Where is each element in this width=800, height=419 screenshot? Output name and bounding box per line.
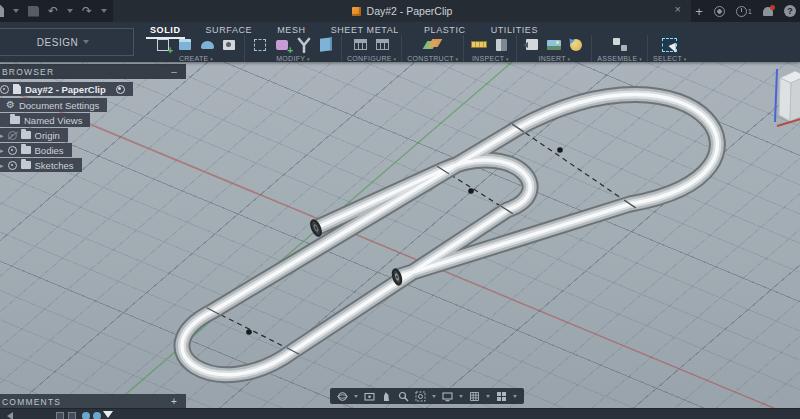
create-sketch-icon[interactable] bbox=[153, 36, 173, 54]
timeline-sketch-icon[interactable] bbox=[93, 412, 101, 419]
comments-panel-header[interactable]: COMMENTS + bbox=[0, 394, 186, 409]
group-insert-label[interactable]: INSERT bbox=[538, 55, 570, 62]
expand-caret-icon[interactable]: ▸ bbox=[0, 132, 4, 139]
fit-caret-icon[interactable] bbox=[432, 395, 436, 398]
group-modify: MODIFY bbox=[244, 35, 341, 62]
display-settings-icon[interactable] bbox=[442, 391, 453, 402]
grid-settings-caret-icon[interactable] bbox=[486, 395, 490, 398]
ribbon-toolbar: SOLID SURFACE MESH SHEET METAL PLASTIC U… bbox=[0, 22, 800, 62]
revolve-icon[interactable] bbox=[197, 36, 217, 54]
group-construct: CONSTRUCT bbox=[401, 35, 463, 62]
browser-item-sketches[interactable]: ▸ Sketches bbox=[0, 158, 82, 172]
expand-caret-icon[interactable]: ▸ bbox=[0, 147, 4, 154]
visibility-eye-icon[interactable] bbox=[8, 146, 17, 155]
title-bar: ↶ ↷ ⌂ Day#2 - PaperClip × + 1 ? bbox=[0, 0, 800, 22]
browser-item-origin[interactable]: ▸ Origin bbox=[0, 128, 68, 142]
group-modify-label[interactable]: MODIFY bbox=[276, 55, 310, 62]
timeline-feature-icon[interactable] bbox=[56, 412, 64, 419]
document-icon bbox=[13, 84, 21, 94]
insert-image-icon[interactable] bbox=[544, 36, 564, 54]
browser-item-label: Bodies bbox=[35, 145, 64, 156]
ribbon-groups: CREATE MODIFY CONFIGURE bbox=[148, 35, 692, 62]
section-analysis-icon[interactable] bbox=[491, 36, 511, 54]
group-insert: INSERT bbox=[516, 35, 591, 62]
add-comment-icon[interactable]: + bbox=[171, 396, 178, 407]
browser-item-label: Day#2 - PaperClip bbox=[25, 84, 106, 95]
insert-mesh-icon[interactable] bbox=[522, 36, 542, 54]
group-select-label[interactable]: SELECT bbox=[653, 55, 687, 62]
design-workspace-label: DESIGN bbox=[37, 37, 78, 48]
browser-item-label: Named Views bbox=[24, 115, 82, 126]
group-assemble-label[interactable]: ASSEMBLE bbox=[597, 55, 642, 62]
fit-icon[interactable] bbox=[415, 391, 426, 402]
orbit-icon[interactable] bbox=[337, 391, 348, 402]
gear-icon: ⚙ bbox=[6, 100, 15, 110]
joint-icon[interactable] bbox=[610, 36, 630, 54]
select-window-icon[interactable] bbox=[660, 36, 680, 54]
group-inspect: INSPECT bbox=[463, 35, 516, 62]
save-icon[interactable] bbox=[28, 6, 39, 17]
pattern-icon[interactable] bbox=[250, 36, 270, 54]
job-status-icon[interactable]: 1 bbox=[736, 6, 752, 17]
timeline-bar[interactable] bbox=[0, 408, 800, 419]
navigation-bar bbox=[330, 388, 524, 404]
visibility-eye-icon[interactable] bbox=[8, 161, 17, 170]
zoom-icon[interactable] bbox=[398, 391, 409, 402]
close-tab-icon[interactable]: × bbox=[675, 3, 681, 15]
timeline-position-marker[interactable] bbox=[103, 411, 113, 418]
timeline-feature-icon[interactable] bbox=[68, 412, 76, 419]
insert-canvas-icon[interactable] bbox=[566, 36, 586, 54]
fusion360-window: ↶ ↷ ⌂ Day#2 - PaperClip × + 1 ? SOLID SU… bbox=[0, 0, 800, 419]
grid-settings-icon[interactable] bbox=[469, 391, 480, 402]
configure-icon[interactable] bbox=[373, 36, 393, 54]
group-inspect-label[interactable]: INSPECT bbox=[472, 55, 509, 62]
group-assemble: ASSEMBLE bbox=[591, 35, 647, 62]
activate-component-radio[interactable] bbox=[116, 85, 125, 94]
group-construct-label[interactable]: CONSTRUCT bbox=[407, 55, 458, 62]
visibility-eye-off-icon[interactable] bbox=[8, 131, 17, 140]
configuration-table-icon[interactable] bbox=[351, 36, 371, 54]
press-pull-icon[interactable] bbox=[316, 36, 336, 54]
new-tab-icon[interactable]: + bbox=[695, 4, 703, 19]
undo-icon[interactable]: ↶ bbox=[48, 5, 58, 17]
hole-icon[interactable] bbox=[219, 36, 239, 54]
redo-icon[interactable]: ↷ bbox=[82, 5, 92, 17]
timeline-sketch-icon[interactable] bbox=[82, 412, 90, 419]
look-at-icon[interactable] bbox=[364, 391, 375, 402]
viewport-3d[interactable] bbox=[0, 62, 800, 408]
viewports-caret-icon[interactable] bbox=[513, 395, 517, 398]
document-tab[interactable]: Day#2 - PaperClip × bbox=[113, 0, 691, 22]
extrude-icon[interactable] bbox=[175, 36, 195, 54]
measure-icon[interactable] bbox=[469, 36, 489, 54]
browser-item-label: Sketches bbox=[35, 160, 74, 171]
browser-item-named-views[interactable]: Named Views bbox=[0, 113, 90, 127]
visibility-eye-icon[interactable] bbox=[0, 85, 9, 94]
display-settings-caret-icon[interactable] bbox=[459, 395, 463, 398]
notifications-icon[interactable] bbox=[763, 7, 773, 16]
expand-caret-icon[interactable]: ▸ bbox=[0, 162, 4, 169]
browser-item-root[interactable]: Day#2 - PaperClip bbox=[0, 82, 133, 96]
form-icon[interactable] bbox=[272, 36, 292, 54]
browser-item-document-settings[interactable]: ⚙ Document Settings bbox=[0, 98, 107, 112]
file-menu-icon[interactable] bbox=[0, 5, 4, 17]
browser-item-bodies[interactable]: ▸ Bodies bbox=[0, 143, 72, 157]
group-create-label[interactable]: CREATE bbox=[179, 55, 213, 62]
pan-icon[interactable] bbox=[381, 391, 392, 402]
design-workspace-dropdown[interactable]: DESIGN bbox=[0, 28, 134, 56]
extensions-icon[interactable] bbox=[714, 6, 725, 17]
orbit-caret-icon[interactable] bbox=[354, 395, 358, 398]
pipe-icon[interactable] bbox=[294, 36, 314, 54]
group-configure-label[interactable]: CONFIGURE bbox=[347, 55, 396, 62]
undo-caret-icon[interactable] bbox=[67, 9, 73, 13]
file-menu-caret-icon[interactable] bbox=[13, 9, 19, 13]
viewports-icon[interactable] bbox=[496, 391, 507, 402]
timeline-play-icon[interactable] bbox=[7, 412, 13, 419]
construct-plane-icon[interactable] bbox=[423, 36, 443, 54]
folder-icon bbox=[10, 116, 20, 124]
folder-icon bbox=[21, 161, 31, 169]
browser-panel-header[interactable]: BROWSER – bbox=[0, 64, 186, 79]
help-icon[interactable]: ? bbox=[784, 5, 796, 17]
redo-caret-icon[interactable] bbox=[101, 9, 107, 13]
document-type-icon bbox=[352, 7, 361, 16]
job-count: 1 bbox=[748, 7, 752, 16]
